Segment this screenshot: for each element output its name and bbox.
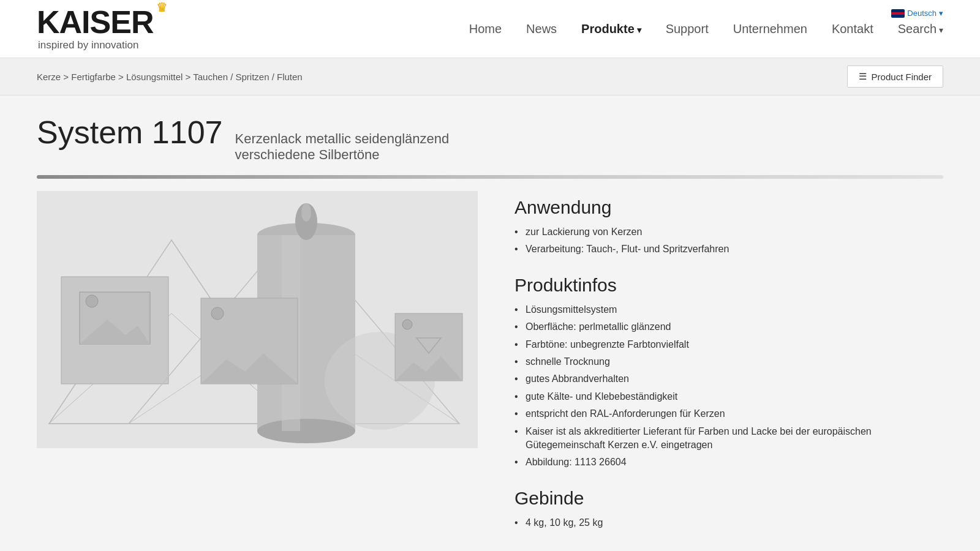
list-item: Verarbeitung: Tauch-, Flut- und Spritzve…: [514, 242, 943, 256]
breadcrumb-bar: Kerze > Fertigfarbe > Lösungsmittel > Ta…: [0, 58, 980, 96]
nav-home[interactable]: Home: [469, 22, 502, 36]
nav-support[interactable]: Support: [666, 22, 709, 36]
anwendung-section: Anwendung zur Lackierung von Kerzen Vera…: [514, 197, 943, 257]
list-item: gute Kälte- und Klebebeständigkeit: [514, 390, 943, 403]
product-info-panel: Anwendung zur Lackierung von Kerzen Vera…: [514, 191, 943, 548]
nav-news[interactable]: News: [526, 22, 557, 36]
list-item: zur Lackierung von Kerzen: [514, 225, 943, 239]
product-finder-label: Product Finder: [872, 72, 932, 82]
list-item: entspricht den RAL-Anforderungen für Ker…: [514, 407, 943, 421]
main-nav: Home News Produkte Support Unternehmen K…: [469, 22, 943, 36]
produktinfos-title: Produktinfos: [514, 275, 943, 296]
product-body: Anwendung zur Lackierung von Kerzen Vera…: [37, 191, 943, 548]
header: KAISER ♛ inspired by innovation Home New…: [0, 0, 980, 58]
nav-search[interactable]: Search: [898, 22, 943, 36]
gebinde-list: 4 kg, 10 kg, 25 kg: [514, 516, 943, 530]
product-title-row: System 1107 Kerzenlack metallic seidengl…: [37, 114, 943, 163]
logo-brand[interactable]: KAISER ♛: [37, 6, 153, 38]
nav-produkte[interactable]: Produkte: [581, 22, 641, 36]
product-illustration: [37, 191, 478, 448]
anwendung-title: Anwendung: [514, 197, 943, 218]
product-system: System 1107: [37, 114, 223, 151]
candle-image-container[interactable]: [37, 191, 478, 448]
list-item: Oberfläche: perlmetallic glänzend: [514, 320, 943, 334]
list-item: schnelle Trocknung: [514, 355, 943, 369]
svg-point-7: [86, 295, 98, 307]
product-desc-line1: Kerzenlack metallic seidenglänzend: [235, 131, 450, 147]
nav-unternehmen[interactable]: Unternehmen: [733, 22, 807, 36]
lang-flag-icon: [891, 9, 905, 18]
nav-kontakt[interactable]: Kontakt: [832, 22, 873, 36]
language-selector[interactable]: Deutsch ▾: [891, 9, 943, 18]
gebinde-title: Gebinde: [514, 488, 943, 509]
produktinfos-list: Lösungsmittelsystem Oberfläche: perlmeta…: [514, 303, 943, 470]
filter-icon: ☰: [859, 71, 867, 82]
list-item: Farbtöne: unbegrenzte Farbtonvielfalt: [514, 338, 943, 351]
svg-point-20: [211, 307, 224, 320]
lang-chevron-icon: ▾: [939, 9, 943, 18]
svg-point-17: [301, 203, 311, 222]
breadcrumb: Kerze > Fertigfarbe > Lösungsmittel > Ta…: [37, 72, 303, 82]
svg-point-23: [402, 320, 412, 329]
logo-crown-icon: ♛: [156, 1, 167, 13]
logo-area: KAISER ♛ inspired by innovation: [37, 6, 153, 51]
gallery-area: [37, 191, 478, 448]
list-item: gutes Abbrandverhalten: [514, 372, 943, 386]
produktinfos-section: Produktinfos Lösungsmittelsystem Oberflä…: [514, 275, 943, 470]
product-finder-button[interactable]: ☰ Product Finder: [847, 66, 943, 88]
product-desc-line2: verschiedene Silbertöne: [235, 147, 450, 163]
svg-point-14: [257, 419, 355, 443]
list-item: Lösungsmittelsystem: [514, 303, 943, 317]
list-item: Kaiser ist als akkreditierter Lieferant …: [514, 425, 943, 452]
list-item: 4 kg, 10 kg, 25 kg: [514, 516, 943, 530]
product-desc: Kerzenlack metallic seidenglänzend versc…: [235, 131, 450, 163]
list-item: Abbildung: 1113 26604: [514, 455, 943, 469]
lang-label: Deutsch: [907, 9, 937, 18]
product-header: System 1107 Kerzenlack metallic seidengl…: [37, 96, 943, 169]
anwendung-list: zur Lackierung von Kerzen Verarbeitung: …: [514, 225, 943, 257]
logo-tagline: inspired by innovation: [38, 39, 138, 51]
product-divider: [37, 175, 943, 179]
main-content: System 1107 Kerzenlack metallic seidengl…: [0, 96, 980, 551]
gebinde-section: Gebinde 4 kg, 10 kg, 25 kg: [514, 488, 943, 530]
